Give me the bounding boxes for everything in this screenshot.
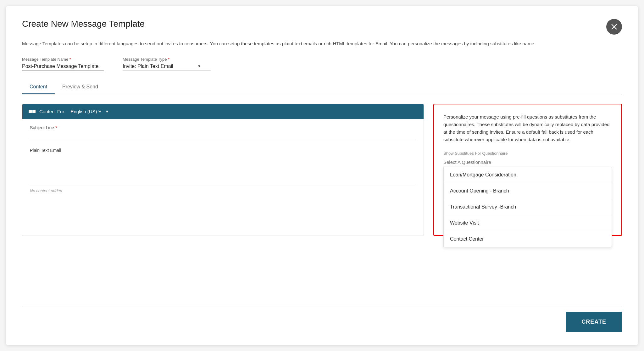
tab-content[interactable]: Content [22, 80, 55, 94]
template-name-value: Post-Purchase Message Template [22, 64, 104, 71]
dropdown-item-loan[interactable]: Loan/Mortgage Consideration [444, 167, 612, 183]
modal-description: Message Templates can be setup in differ… [22, 40, 622, 47]
subject-line-input[interactable] [30, 133, 416, 140]
template-type-field: Message Template Type * Invite: Plain Te… [123, 57, 211, 71]
plain-text-area[interactable] [30, 155, 416, 181]
no-content-label: No content added [30, 188, 416, 193]
dropdown-item-transactional[interactable]: Transactional Survey -Branch [444, 199, 612, 215]
template-name-label: Message Template Name * [22, 57, 104, 62]
dropdown-item-website[interactable]: Website Visit [444, 215, 612, 231]
template-type-select-wrapper[interactable]: Invite: Plain Text Email Invite: Rich HT… [123, 64, 211, 70]
questionnaire-dropdown: Loan/Mortgage Consideration Account Open… [443, 167, 612, 247]
template-type-label: Message Template Type * [123, 57, 211, 62]
content-area: Content For: English (US) Spanish French… [22, 104, 622, 332]
create-button[interactable]: CREATE [566, 312, 622, 332]
content-for-label: Content For: [39, 109, 65, 114]
tab-preview-send[interactable]: Preview & Send [55, 80, 106, 94]
left-panel: Content For: English (US) Spanish French… [22, 104, 424, 236]
modal-container: Create New Message Template Message Temp… [6, 6, 638, 345]
right-panel-description: Personalize your message using pre-fill … [443, 113, 612, 143]
content-for-chevron-icon: ▾ [106, 109, 108, 114]
close-button[interactable] [606, 19, 622, 35]
plain-text-label: Plain Text Email [30, 148, 416, 153]
questionnaire-select-input[interactable] [443, 158, 612, 167]
content-for-bar: Content For: English (US) Spanish French… [22, 104, 424, 119]
template-type-select[interactable]: Invite: Plain Text Email Invite: Rich HT… [123, 64, 204, 69]
divider [30, 185, 416, 185]
show-substitutes-label: Show Substitues For Questionnaire [443, 151, 612, 156]
left-panel-body: Subject Line * Plain Text Email No conte… [22, 119, 424, 236]
right-panel: Personalize your message using pre-fill … [433, 104, 622, 236]
dropdown-item-contact[interactable]: Contact Center [444, 231, 612, 247]
tabs-bar: Content Preview & Send [22, 80, 622, 94]
modal-title: Create New Message Template [22, 19, 145, 29]
template-name-field: Message Template Name * Post-Purchase Me… [22, 57, 104, 71]
modal-header: Create New Message Template [22, 19, 622, 35]
form-row: Message Template Name * Post-Purchase Me… [22, 57, 622, 71]
questionnaire-select-wrapper [443, 158, 612, 167]
language-icon [29, 110, 36, 113]
dropdown-item-account-opening[interactable]: Account Opening - Branch [444, 183, 612, 199]
bottom-divider [22, 307, 622, 307]
subject-line-label: Subject Line * [30, 125, 416, 130]
footer: CREATE [566, 312, 622, 332]
content-for-select[interactable]: English (US) Spanish French [69, 109, 102, 114]
